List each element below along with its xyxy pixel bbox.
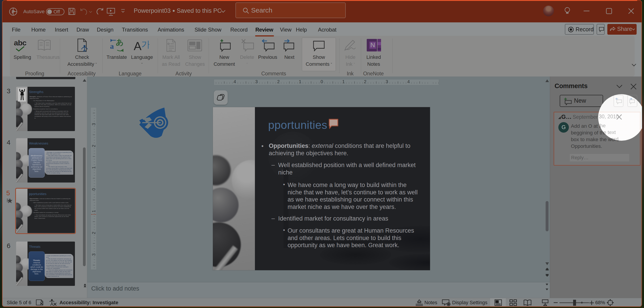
svg-text:가: 가: [141, 39, 149, 49]
svg-text:a: a: [110, 42, 114, 50]
svg-text:あ: あ: [116, 38, 124, 46]
svg-text:P: P: [12, 9, 15, 14]
svg-text:A: A: [134, 40, 142, 52]
